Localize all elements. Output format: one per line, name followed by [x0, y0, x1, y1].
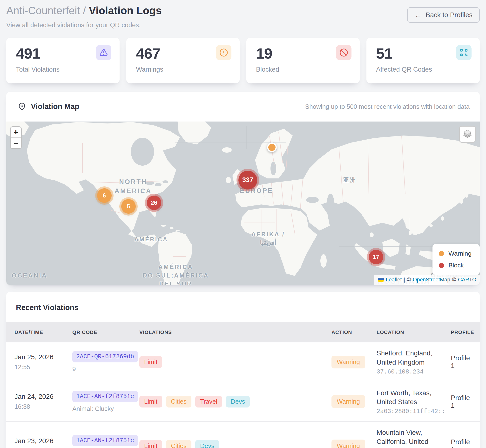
page-subtitle: View all detected violations for your QR… [6, 22, 480, 29]
attribution-separator: | [404, 277, 405, 283]
map-region-label: OCEANIA [12, 271, 47, 280]
action-badge: Warning [331, 356, 365, 368]
table-header-row: DATE/TIME QR CODE VIOLATIONS ACTION LOCA… [6, 322, 480, 342]
profile-name: Profile 1 [451, 438, 471, 448]
alert-triangle-icon [96, 45, 111, 60]
column-header-profile: PROFILE [451, 329, 474, 335]
ip-address: 37.60.108.234 [376, 368, 451, 376]
legend-label: Block [448, 262, 464, 269]
ban-icon [336, 45, 351, 60]
qr-code-chip: 1ACE-AN-f2f8751c [72, 435, 138, 446]
stat-label: Blocked [256, 66, 351, 73]
map-region-label: AFRIKA / أفريقيا [251, 230, 285, 247]
recent-violations-card: Recent Violations DATE/TIME QR CODE VIOL… [6, 292, 480, 448]
zoom-in-button[interactable]: + [11, 127, 21, 138]
table-row: Jan 25, 2026 12:55 2ACE-QR-617269db 9 Li… [6, 342, 480, 382]
profile-name: Profile 1 [451, 354, 471, 370]
map-title: Violation Map [18, 102, 79, 111]
page-title: Violation Logs [89, 5, 161, 16]
ukraine-flag-icon [378, 278, 384, 282]
profile-name: Profile 1 [451, 394, 471, 409]
map-header: Violation Map Showing up to 500 most rec… [6, 92, 480, 121]
map-region-label: 亚洲 [343, 176, 357, 184]
map-cluster[interactable]: 5 [121, 199, 136, 214]
map-pin-icon [18, 103, 26, 111]
legend-label: Warning [448, 250, 471, 257]
violation-date: Jan 25, 2026 [15, 353, 72, 361]
back-to-profiles-button[interactable]: ← Back to Profiles [407, 7, 480, 23]
warning-dot-icon [439, 251, 444, 256]
map-zoom-control: + − [10, 126, 22, 149]
qr-code-subtext: 9 [72, 365, 139, 373]
map-note: Showing up to 500 most recent violations… [305, 103, 470, 111]
carto-link[interactable]: CARTO [458, 277, 476, 283]
copyright-symbol: © [407, 277, 411, 283]
layers-button[interactable] [459, 126, 476, 143]
stat-label: Affected QR Codes [376, 66, 471, 73]
violation-badge: Devs [195, 440, 219, 448]
action-badge: Warning [331, 440, 365, 448]
stat-label: Warnings [136, 66, 231, 73]
map-cluster[interactable]: 26 [147, 196, 161, 210]
column-header-qrcode: QR CODE [72, 329, 139, 335]
world-landmass [6, 121, 480, 285]
zoom-out-button[interactable]: − [11, 138, 21, 148]
qr-code-chip: 1ACE-AN-f2f8751c [72, 391, 138, 402]
violation-date: Jan 24, 2026 [15, 393, 72, 400]
back-arrow-icon: ← [414, 11, 422, 19]
openstreetmap-link[interactable]: OpenStreetMap [413, 277, 450, 283]
violation-map-card: Violation Map Showing up to 500 most rec… [6, 92, 480, 285]
leaflet-link[interactable]: Leaflet [386, 277, 402, 283]
violation-time: 12:55 [15, 363, 72, 371]
map-region-label: AMÉRICA DO SUL;AMÉRICA DEL SUR [143, 263, 209, 285]
violation-badge: Cities [166, 396, 191, 408]
legend-item: Warning [439, 250, 471, 257]
layers-icon [462, 129, 472, 139]
violation-badge: Limit [139, 440, 162, 448]
map-title-text: Violation Map [31, 102, 79, 111]
stat-card-affected-qr: 51 Affected QR Codes [366, 38, 480, 83]
map-cluster[interactable]: 17 [369, 250, 383, 264]
qr-code-icon [456, 45, 471, 60]
violation-badges: LimitCitiesTravelDevs [139, 396, 331, 408]
violation-time: 16:38 [15, 403, 72, 410]
violation-badge: Limit [139, 356, 162, 368]
alert-circle-icon [216, 45, 231, 60]
violation-badge: Travel [195, 396, 222, 408]
app: { "header": { "breadcrumb": "Anti-Counte… [0, 0, 486, 448]
violation-badge: Limit [139, 396, 162, 408]
map-region-label: AMÉRICA [134, 235, 168, 244]
map-cluster[interactable]: 337 [239, 171, 257, 190]
recent-violations-title: Recent Violations [6, 292, 480, 322]
copyright-symbol: © [452, 277, 456, 283]
violation-date: Jan 23, 2026 [15, 437, 72, 445]
qr-code-subtext: Animal: Clucky [72, 405, 139, 413]
block-dot-icon [439, 263, 444, 268]
qr-code-chip: 2ACE-QR-617269db [72, 351, 138, 362]
page-header: Anti-Counterfeit / Violation Logs View a… [6, 4, 480, 29]
map-attribution: Leaflet | © OpenStreetMap © CARTO [374, 275, 480, 285]
column-header-action: ACTION [331, 329, 376, 335]
map-marker[interactable] [267, 143, 277, 152]
map-cluster[interactable]: 6 [97, 188, 112, 203]
breadcrumb-separator: / [83, 5, 86, 16]
violations-table-body: Jan 25, 2026 12:55 2ACE-QR-617269db 9 Li… [6, 342, 480, 448]
stat-label: Total Violations [16, 66, 111, 73]
map-region-label: NORTH AMERICA [114, 177, 152, 196]
stat-card-total-violations: 491 Total Violations [6, 38, 120, 83]
world-map[interactable]: + − WarningBlock Leaflet | © OpenStreetM… [6, 121, 480, 285]
column-header-datetime: DATE/TIME [15, 329, 72, 335]
map-legend: WarningBlock [432, 244, 480, 275]
ip-address: 2a03:2880:11ff:42:: [376, 408, 451, 415]
back-button-label: Back to Profiles [425, 11, 472, 19]
violation-badges: LimitCitiesDevs [139, 440, 331, 448]
column-header-violations: VIOLATIONS [139, 329, 331, 335]
column-header-location: LOCATION [376, 329, 451, 335]
legend-item: Block [439, 262, 471, 269]
breadcrumb-section[interactable]: Anti-Counterfeit [6, 5, 80, 16]
stats-row: 491 Total Violations 467 Warnings 19 Blo… [6, 38, 480, 83]
location-text: Shefford, England, United Kingdom [376, 349, 436, 367]
stat-card-warnings: 467 Warnings [126, 38, 240, 83]
violation-badges: Limit [139, 356, 331, 368]
stat-card-blocked: 19 Blocked [246, 38, 360, 83]
